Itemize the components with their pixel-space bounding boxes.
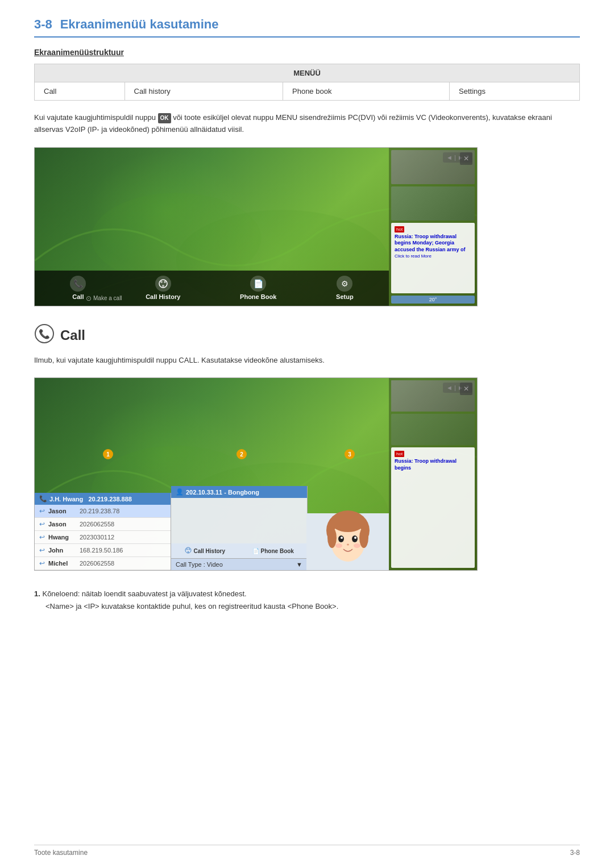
middle-panel: 👤 202.10.33.11 - Bongbong Call History bbox=[171, 486, 308, 570]
svg-text:📞: 📞 bbox=[39, 329, 50, 339]
svg-point-23 bbox=[327, 528, 337, 548]
right-panel-2: ✕ hot Russia: Troop withdrawal begins bbox=[389, 378, 477, 570]
contact-icon-5: ↩ bbox=[39, 559, 45, 567]
call-description: Ilmub, kui vajutate kaugjuhtimispuldil n… bbox=[34, 355, 580, 367]
menu-table-header: MENÜÜ bbox=[35, 64, 580, 82]
avatar-panel bbox=[306, 513, 389, 570]
call-label-1: Call bbox=[72, 293, 84, 300]
footer-right: 3-8 bbox=[570, 849, 580, 857]
svg-point-12 bbox=[189, 549, 190, 550]
footer-left: Toote kasutamine bbox=[34, 849, 88, 857]
menu-item-setup-1[interactable]: ⚙ Setup bbox=[336, 276, 354, 300]
contact-number-5: 2026062558 bbox=[80, 560, 114, 567]
phonebook-icon-1: 📄 bbox=[250, 276, 266, 292]
panel-2-badge: 2 bbox=[237, 449, 247, 459]
page-footer: Toote kasutamine 3-8 bbox=[34, 845, 580, 857]
footnote-1-sub: <Name> ja <IP> kuvatakse kontaktide puhu… bbox=[34, 600, 580, 613]
news-link-1[interactable]: Click to read More bbox=[395, 254, 471, 259]
menu-table: MENÜÜ Call Call history Phone book Setti… bbox=[34, 64, 580, 101]
contact-row-5[interactable]: ↩ Michel 2026062558 bbox=[35, 557, 171, 570]
svg-point-18 bbox=[341, 537, 343, 539]
panel-1-badge: 1 bbox=[103, 449, 113, 459]
thumb-2 bbox=[391, 186, 475, 221]
call-history-tab-label: Call History bbox=[193, 548, 225, 554]
svg-point-21 bbox=[335, 543, 342, 548]
svg-point-22 bbox=[354, 543, 360, 548]
menu-col-settings: Settings bbox=[450, 82, 580, 101]
call-title: Call bbox=[60, 327, 85, 343]
call-type-row: Call Type : Video ▼ bbox=[171, 559, 307, 570]
call-section-icon: 📞 bbox=[34, 323, 55, 348]
svg-point-25 bbox=[331, 512, 365, 532]
history-icon-1 bbox=[155, 276, 171, 292]
contact-number-4: 168.219.50.186 bbox=[80, 547, 123, 554]
screenshot-2: ◄ | ► ? ✕ hot Russia: Troop withdrawal b… bbox=[34, 377, 478, 571]
menu-item-call-1[interactable]: 📞 Call bbox=[70, 276, 86, 300]
section-number: 3-8 bbox=[34, 17, 52, 31]
contact-row-1[interactable]: ↩ Jason 20.219.238.78 bbox=[35, 505, 171, 518]
svg-point-11 bbox=[186, 549, 188, 550]
weather-badge-1: 20° bbox=[391, 296, 475, 304]
thumb-1: ✕ bbox=[391, 150, 475, 184]
section-header: 3-8 Ekraanimenüü kasutamine bbox=[34, 17, 580, 38]
contact-icon-3: ↩ bbox=[39, 533, 45, 541]
contact-name-1: Jason bbox=[48, 508, 80, 514]
contact-number-2: 2026062558 bbox=[80, 521, 114, 528]
call-section-header: 📞 Call bbox=[34, 323, 580, 348]
contact-row-4[interactable]: ↩ John 168.219.50.186 bbox=[35, 544, 171, 557]
svg-point-4 bbox=[164, 281, 166, 283]
menu-col-history: Call history bbox=[125, 82, 283, 101]
phone-book-icon: 📄 bbox=[252, 548, 259, 554]
call-type-label: Call Type : Video bbox=[176, 561, 223, 568]
contact-list-header: 📞 J.H. Hwang 20.219.238.888 bbox=[35, 493, 171, 505]
make-a-call-label: ⊙ Make a call bbox=[86, 294, 122, 302]
setup-icon-1: ⚙ bbox=[337, 276, 352, 292]
news-panel-1: hot Russia: Troop withdrawal begins Mond… bbox=[391, 223, 475, 293]
svg-point-5 bbox=[162, 285, 164, 287]
contact-number-3: 2023030112 bbox=[80, 534, 114, 541]
panel-menu-row: Call History 📄 Phone Book bbox=[171, 543, 307, 559]
screenshot-1: ◄ | ► ? ✕ hot Russia: Troop withdrawal b… bbox=[34, 147, 478, 306]
contact-name-2: Jason bbox=[48, 521, 80, 528]
svg-point-20 bbox=[347, 544, 349, 546]
contact-name-3: Hwang bbox=[48, 534, 80, 541]
svg-point-19 bbox=[354, 537, 356, 539]
svg-point-3 bbox=[160, 281, 163, 283]
svg-point-13 bbox=[188, 551, 189, 553]
contact-number-1: 20.219.238.78 bbox=[80, 508, 119, 514]
menu-col-phonebook: Phone book bbox=[283, 82, 450, 101]
right-panel-1: ✕ hot Russia: Troop withdrawal begins Mo… bbox=[389, 148, 477, 306]
footnote-1: 1. Kõneloend: näitab loendit saabuvatest… bbox=[34, 588, 580, 600]
section-title: Ekraanimenüü kasutamine bbox=[60, 17, 219, 31]
contact-row-3[interactable]: ↩ Hwang 2023030112 bbox=[35, 531, 171, 544]
description-text-1: Kui vajutate kaugjuhtimispuldil nuppu OK… bbox=[34, 112, 580, 136]
thumb-4 bbox=[391, 414, 475, 445]
middle-content-area bbox=[171, 498, 307, 543]
middle-header-text: 202.10.33.11 - Bongbong bbox=[186, 489, 259, 496]
contact-name-5: Michel bbox=[48, 560, 80, 567]
middle-panel-header: 👤 202.10.33.11 - Bongbong bbox=[171, 486, 307, 498]
contact-icon-1: ↩ bbox=[39, 507, 45, 515]
panel-3-badge: 3 bbox=[345, 449, 355, 459]
menu-item-phonebook-1[interactable]: 📄 Phone Book bbox=[240, 276, 276, 300]
menu-col-call: Call bbox=[35, 82, 125, 101]
menu-item-history-1[interactable]: Call History bbox=[146, 276, 180, 300]
contact-list-panel: 📞 J.H. Hwang 20.219.238.888 ↩ Jason 20.2… bbox=[35, 493, 171, 570]
contact-row-2[interactable]: ↩ Jason 2026062558 bbox=[35, 518, 171, 531]
contact-name-4: John bbox=[48, 547, 80, 554]
phone-book-tab[interactable]: 📄 Phone Book bbox=[239, 547, 308, 555]
news-panel-2: hot Russia: Troop withdrawal begins bbox=[391, 447, 475, 568]
avatar-face-svg bbox=[320, 510, 376, 571]
footnote-area: 1. Kõneloend: näitab loendit saabuvatest… bbox=[34, 588, 580, 613]
phone-book-tab-label: Phone Book bbox=[261, 548, 294, 554]
call-history-tab[interactable]: Call History bbox=[171, 547, 239, 555]
history-label-1: Call History bbox=[146, 293, 180, 300]
contact-header-icon: 📞 bbox=[39, 495, 47, 502]
dropdown-arrow-icon: ▼ bbox=[296, 561, 302, 568]
svg-point-16 bbox=[338, 535, 344, 542]
contact-header-text: J.H. Hwang 20.219.238.888 bbox=[49, 496, 132, 502]
svg-point-17 bbox=[352, 535, 358, 542]
user-icon-middle: 👤 bbox=[176, 488, 184, 496]
thumb-3: ✕ bbox=[391, 380, 475, 412]
subsection-title: Ekraanimenüüstruktuur bbox=[34, 48, 580, 57]
